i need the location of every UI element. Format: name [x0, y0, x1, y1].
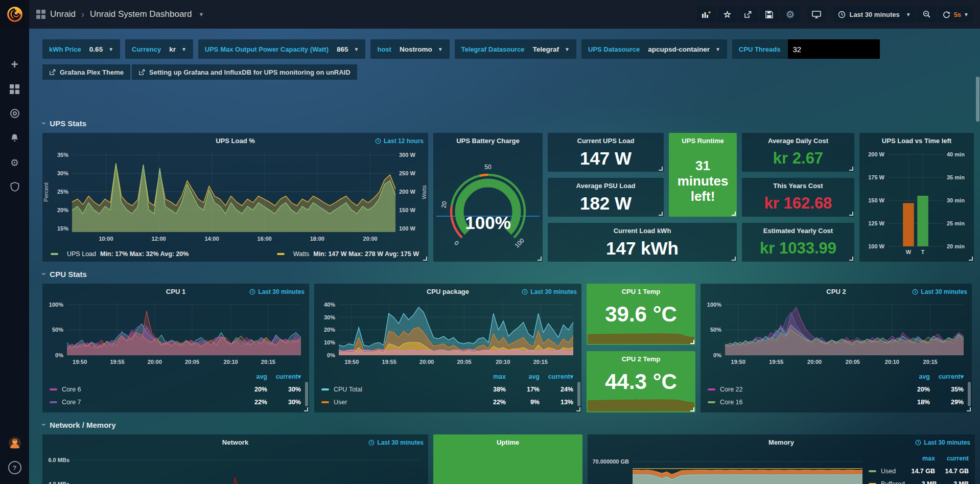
panel-time-badge[interactable]: Last 30 minutes — [912, 288, 967, 295]
svg-text:70.000000 GB: 70.000000 GB — [592, 458, 629, 465]
user-avatar[interactable] — [0, 431, 29, 455]
configuration-gear-icon[interactable]: ⚙ — [0, 150, 29, 175]
panel-title[interactable]: This Years Cost — [742, 178, 854, 190]
legend-series-name[interactable]: Used — [881, 468, 901, 475]
caret-down-icon: ▼ — [354, 47, 359, 52]
explore-icon[interactable] — [0, 101, 29, 126]
panel-title[interactable]: Estimated Yearly Cost — [742, 223, 854, 235]
cycle-view-mode-button[interactable] — [807, 7, 826, 22]
legend-header[interactable]: current▾ — [267, 373, 301, 380]
star-dashboard-button[interactable]: ☆ — [718, 7, 736, 22]
dashboard-settings-button[interactable]: ⚙ — [781, 7, 799, 22]
title-caret-icon[interactable]: ▼ — [198, 11, 204, 17]
refresh-interval-label[interactable]: 5s — [954, 11, 961, 18]
dashboard-links: Grafana Plex Theme Setting up Grafana an… — [42, 64, 973, 80]
legend-series-name[interactable]: Core 6 — [62, 386, 234, 393]
share-dashboard-button[interactable] — [739, 7, 757, 22]
legend-series-name[interactable]: Core 16 — [720, 399, 896, 406]
dashboard-title[interactable]: Unraid System Dashboard — [90, 9, 192, 19]
legend-value: 18% — [896, 399, 930, 406]
cpu2-temp-sparkline — [588, 395, 694, 411]
ups-load-chart[interactable]: 15%20%25%30%35%100 W150 W200 W250 W300 W… — [46, 147, 424, 243]
dashboards-icon[interactable] — [0, 77, 29, 101]
panel-time-badge[interactable]: Last 30 minutes — [522, 288, 577, 295]
panel-title[interactable]: UPS Runtime — [669, 133, 737, 145]
legend-series-name[interactable]: Buffered — [881, 480, 905, 484]
add-panel-button[interactable] — [697, 7, 715, 22]
network-chart[interactable]: 2.0 MBs4.0 MBs6.0 MBs — [45, 449, 425, 484]
ups-bar-chart[interactable]: 100 W125 W150 W175 W200 W20 min25 min30 … — [862, 149, 971, 257]
stat-value: 31 minutes left! — [672, 150, 734, 213]
variable-ups-datasource[interactable]: UPS Datasource apcupsd-container▼ — [581, 39, 727, 59]
cpu1-chart[interactable]: 0%50%100%19:5019:5520:0020:0520:1020:15 — [45, 298, 306, 366]
legend-header[interactable]: current▾ — [930, 373, 964, 380]
panel-title[interactable]: CPU 1 Temp — [587, 284, 695, 295]
panel-ups-load-vs-time-left: UPS Load vs Time left 100 W125 W150 W175… — [859, 133, 974, 262]
panel-title[interactable]: UPS Load vs Time left — [859, 133, 974, 145]
legend-header[interactable]: current▾ — [540, 373, 573, 380]
alerting-bell-icon[interactable] — [0, 126, 29, 150]
variable-kwh-price[interactable]: kWh Price 0.65▼ — [42, 39, 120, 59]
legend-header[interactable]: avg — [896, 373, 930, 380]
legend-scrollbar[interactable] — [968, 382, 971, 406]
legend-header[interactable]: avg — [234, 373, 267, 380]
panel-time-badge[interactable]: Last 30 minutes — [368, 439, 424, 446]
section-network-memory[interactable]: › Network / Memory — [42, 419, 975, 430]
legend-header[interactable]: current — [935, 455, 969, 462]
legend-series-name[interactable]: User — [334, 399, 472, 406]
svg-text:W: W — [906, 249, 912, 255]
legend-series-name[interactable]: Core 22 — [720, 386, 896, 393]
legend-series-name[interactable]: Core 7 — [62, 399, 234, 406]
variables-row: kWh Price 0.65▼ Currency kr▼ UPS Max Out… — [42, 39, 973, 59]
variable-host[interactable]: host Nostromo▼ — [370, 39, 449, 59]
variable-currency[interactable]: Currency kr▼ — [125, 39, 193, 59]
panel-title[interactable]: UPS Load % — [42, 133, 428, 145]
legend-scrollbar[interactable] — [577, 382, 580, 406]
save-dashboard-button[interactable] — [760, 7, 778, 22]
link-ups-monitoring-guide[interactable]: Setting up Grafana and InfluxDB for UPS … — [132, 64, 357, 80]
create-icon[interactable]: + — [0, 52, 29, 77]
svg-text:250 W: 250 W — [399, 170, 415, 176]
cpu2-chart[interactable]: 0%50%100%19:5019:5520:0020:0520:1020:15 — [704, 298, 969, 366]
legend-scrollbar[interactable] — [305, 382, 308, 406]
panel-cpu2: CPU 2 Last 30 minutes 0%50%100%19:5019:5… — [701, 284, 972, 412]
legend-series-name[interactable]: UPS Load — [67, 250, 96, 258]
zoom-out-time-button[interactable] — [918, 7, 936, 22]
refresh-button[interactable]: 5s ▼ — [939, 7, 973, 22]
panel-title[interactable]: Current Load kWh — [548, 223, 737, 235]
panel-title[interactable]: CPU 2 Temp — [587, 351, 695, 363]
panel-time-badge[interactable]: Last 12 hours — [375, 137, 424, 145]
panel-title[interactable]: Current UPS Load — [548, 133, 664, 145]
breadcrumb-app[interactable]: Unraid — [50, 9, 76, 19]
panel-time-badge[interactable]: Last 30 minutes — [249, 288, 305, 295]
panel-title[interactable]: UPS Battery Charge — [433, 133, 543, 145]
panel-current-load-kwh: Current Load kWh 147 kWh — [548, 223, 737, 262]
panel-time-badge[interactable]: Last 30 minutes — [915, 439, 970, 446]
caret-down-icon: ▼ — [565, 47, 570, 52]
variable-ups-max-output[interactable]: UPS Max Output Power Capacity (Watt) 865… — [198, 39, 366, 59]
page-scrollbar-thumb[interactable] — [976, 77, 979, 122]
legend-header[interactable]: avg — [506, 373, 540, 380]
help-icon[interactable]: ? — [0, 455, 29, 480]
panel-title[interactable]: Average PSU Load — [548, 178, 664, 190]
legend-series-name[interactable]: Watts — [293, 250, 309, 258]
dashboard-grid-icon[interactable] — [36, 10, 45, 19]
time-range-picker[interactable]: Last 30 minutes ▼ — [834, 7, 915, 22]
grafana-logo[interactable] — [0, 0, 29, 29]
section-cpu-stats[interactable]: › CPU Stats — [42, 268, 975, 280]
cpu-threads-input[interactable] — [788, 39, 880, 59]
panel-title[interactable]: Average Daily Cost — [742, 133, 854, 145]
legend-header[interactable]: max — [901, 455, 935, 462]
legend-series-name[interactable]: CPU Total — [334, 386, 472, 393]
section-ups-stats[interactable]: › UPS Stats — [42, 118, 975, 129]
link-grafana-plex-theme[interactable]: Grafana Plex Theme — [42, 64, 130, 80]
cpu-package-chart[interactable]: 0%10%20%30%40%19:5019:5520:0020:0520:102… — [317, 298, 578, 366]
panel-title[interactable]: Uptime — [433, 434, 582, 446]
admin-shield-icon[interactable] — [0, 175, 29, 199]
refresh-icon — [943, 11, 950, 18]
clock-icon — [522, 289, 528, 295]
legend-header[interactable]: max — [472, 373, 506, 380]
dashboard-submenu: kWh Price 0.65▼ Currency kr▼ UPS Max Out… — [29, 29, 980, 80]
variable-telegraf-datasource[interactable]: Telegraf Datasource Telegraf▼ — [455, 39, 576, 59]
memory-chart[interactable]: 50.000000 GB60.000000 GB70.000000 GB — [591, 449, 867, 484]
